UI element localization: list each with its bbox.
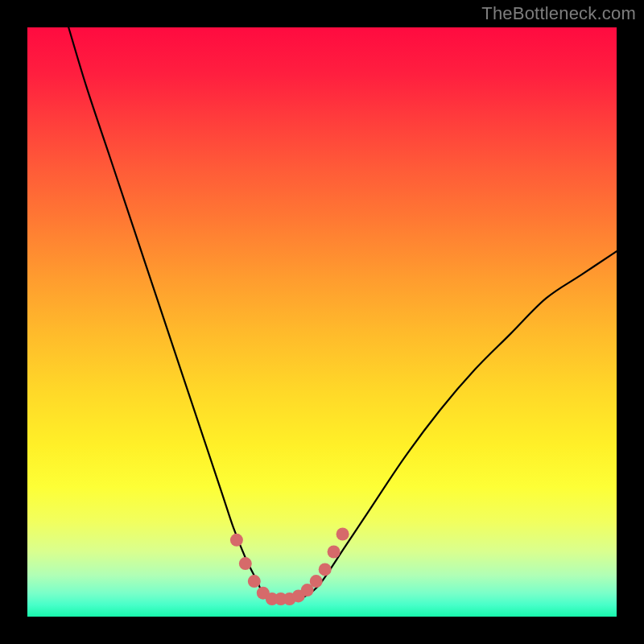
marker-dot xyxy=(230,534,243,547)
marker-dot xyxy=(319,563,332,576)
watermark-text: TheBottleneck.com xyxy=(481,3,636,24)
chart-svg xyxy=(27,27,617,617)
bottleneck-curve xyxy=(68,27,617,600)
marker-dot xyxy=(336,528,349,541)
marker-dot xyxy=(248,575,261,588)
chart-plot-area xyxy=(27,27,617,617)
chart-frame: TheBottleneck.com xyxy=(0,0,644,644)
marker-dot xyxy=(239,557,252,570)
marker-dot xyxy=(310,575,323,588)
marker-dot xyxy=(328,546,341,559)
